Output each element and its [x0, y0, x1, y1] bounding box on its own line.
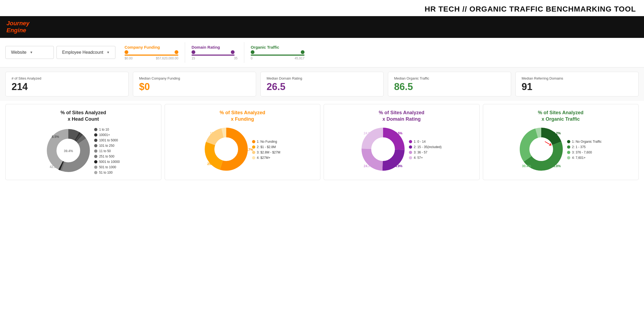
company-funding-label: Company Funding: [125, 45, 178, 49]
stat-label: Median Company Funding: [139, 76, 250, 80]
stat-label: Median Domain Rating: [267, 76, 377, 80]
legend-dot: [94, 133, 97, 137]
legend-label: 4: 57+: [414, 156, 423, 160]
legend-item: 101 to 250: [94, 144, 120, 148]
company-funding-filter: Company Funding $0.00 $57,620,000.00: [118, 42, 185, 63]
chart-title-domain_rating: % of Sites Analyzedx Domain Rating: [379, 110, 424, 122]
legend-dot: [252, 140, 255, 143]
legend-label: 2: $1 - $2.8M: [257, 145, 276, 149]
legend-dot: [94, 155, 97, 158]
legend-label: 1: No Funding: [257, 140, 277, 144]
donut-container-headcount: 8.5% 39.4% 42.3% 1 to 10 10001+ 1001 to …: [11, 128, 156, 174]
logo: Journey Engine: [6, 20, 30, 34]
stat-card: # of Sites Analyzed 214: [5, 72, 129, 97]
page-title: HR TECH // ORGANIC TRAFFIC BENCHMARKING …: [0, 0, 644, 16]
legend-funding: 1: No Funding 2: $1 - $2.8M 3: $2.8M - $…: [252, 140, 280, 160]
headcount-dropdown[interactable]: Employee Headcount ▼: [56, 46, 115, 59]
donut-svg-organic_traffic: 19.2% 45.8% 30.4%: [520, 128, 563, 172]
legend-label: 1 to 10: [99, 128, 109, 131]
legend-item: 10001+: [94, 133, 120, 137]
legend-dot: [94, 166, 97, 169]
chart-title-headcount: % of Sites Analyzedx Head Count: [61, 110, 106, 122]
legend-dot: [94, 144, 97, 147]
legend-item: 1: No Organic Traffic: [567, 140, 601, 144]
legend-label: 251 to 500: [99, 155, 114, 158]
legend-item: 251 to 500: [94, 155, 120, 158]
organic-traffic-filter: Organic Traffic 0 45,917: [244, 42, 311, 63]
stat-value: 26.5: [267, 81, 377, 92]
legend-dot: [567, 156, 570, 159]
legend-item: 2: 15 - 35(included): [409, 145, 441, 149]
legend-dot: [567, 140, 570, 143]
stat-value: $0: [139, 81, 250, 92]
legend-dot: [567, 151, 570, 154]
organic-traffic-label: Organic Traffic: [251, 45, 305, 49]
chart-card-domain_rating: % of Sites Analyzedx Domain Rating 25.5%…: [324, 104, 480, 180]
donut-container-funding: 54.7% 25.7% 15.9% 1: No Funding 2: $1 - …: [170, 128, 315, 172]
legend-item: 4: 7,601+: [567, 156, 601, 160]
legend-item: 2: $1 - $2.8M: [252, 145, 280, 149]
legend-label: 3: $2.8M - $27M: [257, 151, 280, 154]
stat-value: 86.5: [394, 81, 505, 92]
donut-container-organic_traffic: 19.2% 45.8% 30.4% 1: No Organic Traffic …: [489, 128, 633, 172]
donut-svg-domain_rating: 25.5% 24.9% 24.7% 24.9%: [362, 128, 405, 172]
stat-value: 91: [522, 81, 632, 92]
legend-item: 1 to 10: [94, 128, 120, 131]
legend-label: 101 to 250: [99, 144, 114, 148]
chart-title-organic_traffic: % of Sites Analyzedx Organic Traffic: [538, 110, 583, 122]
legend-label: 1: No Organic Traffic: [572, 140, 601, 144]
legend-item: 2: 1 - 375: [567, 145, 601, 149]
legend-item: 4: $27M+: [252, 156, 280, 160]
legend-label: 10001+: [99, 133, 110, 137]
stat-value: 214: [12, 81, 122, 92]
legend-label: 4: 7,601+: [572, 156, 585, 160]
charts-row: % of Sites Analyzedx Head Count 8.5% 39.…: [0, 101, 644, 185]
headcount-dropdown-arrow: ▼: [107, 51, 110, 54]
legend-domain_rating: 1: 0 - 14 2: 15 - 35(included) 3: 36 - 5…: [409, 140, 441, 160]
legend-organic_traffic: 1: No Organic Traffic 2: 1 - 375 3: 376 …: [567, 140, 601, 160]
legend-dot: [94, 160, 97, 163]
legend-label: 4: $27M+: [257, 156, 270, 160]
legend-label: 3: 376 - 7,600: [572, 151, 592, 154]
legend-headcount: 1 to 10 10001+ 1001 to 5000 101 to 250 1…: [94, 128, 120, 174]
legend-item: 3: $2.8M - $27M: [252, 151, 280, 154]
legend-item: 5001 to 10000: [94, 160, 120, 164]
legend-label: 1: 0 - 14: [414, 140, 426, 144]
filters-row: Website ▼ Employee Headcount ▼ Company F…: [0, 38, 644, 67]
header-bar: Journey Engine: [0, 16, 644, 38]
chart-card-funding: % of Sites Analyzedx Funding 54.7% 25.7%…: [165, 104, 321, 180]
chart-card-organic_traffic: % of Sites Analyzedx Organic Traffic 19.…: [483, 104, 639, 180]
legend-label: 3: 36 - 57: [414, 151, 427, 154]
legend-dot: [252, 156, 255, 159]
donut-svg-funding: 54.7% 25.7% 15.9%: [205, 128, 248, 172]
stats-row: # of Sites Analyzed 214 Median Company F…: [0, 67, 644, 101]
website-dropdown-arrow: ▼: [30, 51, 33, 54]
legend-item: 11 to 50: [94, 149, 120, 153]
legend-item: 51 to 100: [94, 171, 120, 174]
domain-rating-label: Domain Rating: [192, 45, 238, 49]
stat-label: Median Referring Domains: [522, 76, 632, 80]
legend-dot: [94, 149, 97, 153]
legend-dot: [409, 151, 412, 154]
legend-dot: [409, 145, 412, 149]
legend-dot: [94, 171, 97, 174]
legend-item: 501 to 1000: [94, 165, 120, 169]
legend-label: 5001 to 10000: [99, 160, 120, 164]
stat-label: Median Organic Traffic: [394, 76, 505, 80]
legend-item: 4: 57+: [409, 156, 441, 160]
donut-svg-headcount: 8.5% 39.4% 42.3%: [47, 129, 90, 173]
stat-card: Median Domain Rating 26.5: [260, 72, 384, 97]
website-dropdown[interactable]: Website ▼: [5, 46, 54, 59]
stat-card: Median Organic Traffic 86.5: [388, 72, 511, 97]
legend-dot: [409, 140, 412, 143]
legend-label: 51 to 100: [99, 171, 112, 174]
domain-rating-filter: Domain Rating 15 35: [185, 42, 244, 63]
legend-dot: [409, 156, 412, 159]
legend-item: 3: 376 - 7,600: [567, 151, 601, 154]
donut-container-domain_rating: 25.5% 24.9% 24.7% 24.9% 1: 0 - 14 2: 15 …: [329, 128, 474, 172]
stat-card: Median Referring Domains 91: [515, 72, 639, 97]
legend-label: 1001 to 5000: [99, 138, 118, 142]
chart-card-headcount: % of Sites Analyzedx Head Count 8.5% 39.…: [5, 104, 161, 180]
legend-item: 1: 0 - 14: [409, 140, 441, 144]
stat-card: Median Company Funding $0: [133, 72, 256, 97]
